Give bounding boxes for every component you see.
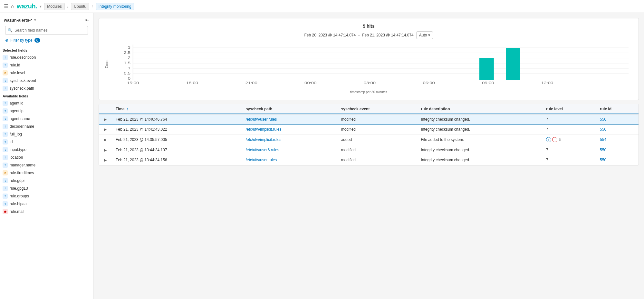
available-field-item[interactable]: t input.type xyxy=(0,146,93,154)
filter-icon: ⊕ xyxy=(5,38,8,43)
available-field-item[interactable]: t manager.name xyxy=(0,161,93,169)
available-field-item[interactable]: t rule.gdpr xyxy=(0,177,93,184)
rule-id-link[interactable]: 550 xyxy=(600,127,606,132)
available-field-item[interactable]: t agent.ip xyxy=(0,107,93,115)
rule-id-cell: 550 xyxy=(596,155,639,165)
search-input[interactable] xyxy=(5,26,88,35)
field-name: full_log xyxy=(10,132,91,136)
selected-field-item[interactable]: t syscheck.event xyxy=(0,77,93,85)
chart-x-label: timestamp per 30 minutes xyxy=(104,90,633,94)
field-type-badge: t xyxy=(3,101,8,106)
filter-count-badge: 0 xyxy=(34,38,40,43)
available-field-item[interactable]: t rule.groups xyxy=(0,192,93,200)
filter-by-type-button[interactable]: ⊕ Filter by type 0 xyxy=(3,37,91,45)
table-row[interactable]: ▶ Feb 21, 2023 @ 13:44:34.197 /etc/ufw/u… xyxy=(99,145,639,155)
available-field-item[interactable]: t id xyxy=(0,138,93,146)
available-field-item[interactable]: t agent.name xyxy=(0,115,93,123)
available-field-item[interactable]: ◉ rule.mail xyxy=(0,208,93,215)
expand-row-button[interactable]: ▶ xyxy=(103,158,108,162)
available-field-item[interactable]: t decoder.name xyxy=(0,123,93,130)
time-cell: Feb 21, 2023 @ 13:44:34.156 xyxy=(112,155,242,165)
svg-text:Count: Count xyxy=(104,59,110,68)
field-name: rule.description xyxy=(10,55,91,60)
field-name: input.type xyxy=(10,147,91,152)
field-name: agent.ip xyxy=(10,109,91,113)
rule-description-col-header[interactable]: rule.description xyxy=(417,104,542,114)
expand-col-header xyxy=(99,104,112,114)
syscheck-path-cell: /etc/ufw/implicit.rules xyxy=(242,125,337,135)
syscheck-event-col-header[interactable]: syscheck.event xyxy=(337,104,417,114)
rule-id-link[interactable]: 550 xyxy=(600,117,606,122)
search-icon: 🔍 xyxy=(8,28,13,33)
field-name: agent.name xyxy=(10,116,91,121)
field-type-badge: t xyxy=(3,124,8,129)
syscheck-path-link[interactable]: /etc/ufw/user.rules xyxy=(246,117,277,122)
expand-row-button[interactable]: ▶ xyxy=(103,148,108,152)
available-field-item[interactable]: # rule.firedtimes xyxy=(0,169,93,177)
syscheck-event-cell: modified xyxy=(337,114,417,125)
field-name: decoder.name xyxy=(10,124,91,129)
syscheck-path-link[interactable]: /etc/ufw/implicit.rules xyxy=(246,137,282,142)
ubuntu-breadcrumb[interactable]: Ubuntu xyxy=(71,3,89,10)
index-pattern-chevron-icon[interactable]: ▾ xyxy=(34,18,36,22)
field-type-badge: t xyxy=(3,108,8,114)
rule-id-cell: 550 xyxy=(596,114,639,125)
table-row[interactable]: ▶ Feb 21, 2023 @ 13:44:34.156 /etc/ufw/u… xyxy=(99,155,639,165)
rule-description-cell: Integrity checksum changed. xyxy=(417,145,542,155)
auto-select-dropdown[interactable]: Auto ▾ xyxy=(416,31,433,39)
filter-label: Filter by type xyxy=(10,38,33,43)
modules-breadcrumb[interactable]: Modules xyxy=(44,3,64,10)
rule-id-link[interactable]: 550 xyxy=(600,158,606,162)
hits-label: 5 hits xyxy=(104,24,633,29)
syscheck-event-cell: modified xyxy=(337,145,417,155)
field-name: agent.id xyxy=(10,101,91,105)
collapse-sidebar-button[interactable]: ⇤ xyxy=(85,17,89,23)
chart-svg: 3 2.5 2 1.5 1 0.5 0 15:00 18:00 21:00 00… xyxy=(104,43,633,88)
nav-chevron-icon[interactable]: ▾ xyxy=(40,4,42,9)
table-row[interactable]: ▶ Feb 21, 2023 @ 14:41:43.022 /etc/ufw/i… xyxy=(99,125,639,135)
field-type-badge: t xyxy=(3,116,8,121)
syscheck-path-link[interactable]: /etc/ufw/implicit.rules xyxy=(246,127,282,132)
available-field-item[interactable]: t rule.gpg13 xyxy=(0,184,93,192)
available-field-item[interactable]: t location xyxy=(0,154,93,161)
rule-id-link[interactable]: 550 xyxy=(600,148,606,152)
integrity-breadcrumb[interactable]: Integrity monitoring xyxy=(96,3,134,10)
svg-rect-23 xyxy=(479,58,494,80)
expand-row-button[interactable]: ▶ xyxy=(103,117,108,122)
svg-text:0.5: 0.5 xyxy=(124,72,130,75)
available-field-item[interactable]: t full_log xyxy=(0,130,93,138)
syscheck-event-cell: modified xyxy=(337,125,417,135)
home-icon[interactable]: ⌂ xyxy=(11,4,14,9)
syscheck-path-col-header[interactable]: syscheck.path xyxy=(242,104,337,114)
rule-id-link[interactable]: 554 xyxy=(600,137,606,142)
menu-icon[interactable]: ☰ xyxy=(4,3,8,9)
available-field-item[interactable]: t rule.hipaa xyxy=(0,200,93,208)
selected-field-item[interactable]: # rule.level xyxy=(0,69,93,77)
svg-text:2.5: 2.5 xyxy=(124,51,130,55)
field-name: rule.groups xyxy=(10,194,91,198)
plus-button[interactable]: + xyxy=(546,137,551,142)
field-type-badge: t xyxy=(3,147,8,152)
selected-field-item[interactable]: t rule.description xyxy=(0,54,93,61)
table-row[interactable]: ▶ Feb 21, 2023 @ 14:46:46.764 /etc/ufw/u… xyxy=(99,114,639,125)
sort-icon: ↑ xyxy=(126,107,128,111)
syscheck-path-link[interactable]: /etc/ufw/user.rules xyxy=(246,158,277,162)
table-row[interactable]: ▶ Feb 21, 2023 @ 14:35:57.005 /etc/ufw/i… xyxy=(99,135,639,145)
time-col-header[interactable]: Time ↑ xyxy=(112,104,242,114)
index-pattern[interactable]: wazuh-alerts-* ▾ ⇤ xyxy=(3,15,91,25)
selected-field-item[interactable]: t rule.id xyxy=(0,61,93,69)
selected-field-item[interactable]: t syscheck.path xyxy=(0,85,93,92)
minus-button[interactable]: − xyxy=(552,137,557,142)
expand-row-button[interactable]: ▶ xyxy=(103,127,108,132)
svg-text:2: 2 xyxy=(128,56,130,60)
expand-row-button[interactable]: ▶ xyxy=(103,138,108,142)
field-type-badge: t xyxy=(3,86,8,91)
time-cell: Feb 21, 2023 @ 14:41:43.022 xyxy=(112,125,242,135)
available-field-item[interactable]: t agent.id xyxy=(0,99,93,107)
syscheck-path-link[interactable]: /etc/ufw/user6.rules xyxy=(246,148,279,152)
field-name: rule.firedtimes xyxy=(10,171,91,175)
rule-level-col-header[interactable]: rule.level xyxy=(542,104,596,114)
syscheck-path-cell: /etc/ufw/user.rules xyxy=(242,155,337,165)
rule-description-cell: File added to the system. xyxy=(417,135,542,145)
rule-id-col-header[interactable]: rule.id xyxy=(596,104,639,114)
